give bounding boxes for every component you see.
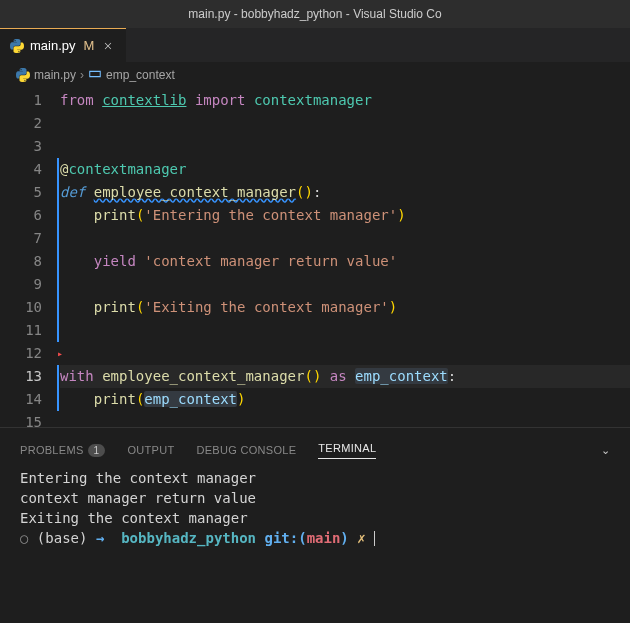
python-icon: [16, 68, 30, 82]
line-number: 7: [0, 227, 42, 250]
line-number: 15: [0, 411, 42, 434]
line-number: 11: [0, 319, 42, 342]
tab-terminal[interactable]: TERMINAL: [318, 442, 376, 459]
code-line: print(emp_context): [60, 388, 630, 411]
tab-output[interactable]: OUTPUT: [127, 444, 174, 456]
terminal-output: Exiting the context manager: [20, 508, 610, 528]
breadcrumb-file: main.py: [34, 68, 76, 82]
line-number: 12: [0, 342, 42, 365]
dropdown-icon[interactable]: ⌄: [601, 444, 610, 457]
terminal-prompt: ○ (base) → bobbyhadz_python git:(main) ✗: [20, 528, 610, 548]
line-number: 6: [0, 204, 42, 227]
code-line: def employee_context_manager():: [60, 181, 630, 204]
code-line: yield 'context manager return value': [60, 250, 630, 273]
code-line: [60, 135, 630, 158]
code-line: [60, 411, 630, 434]
code-line: [60, 227, 630, 250]
problems-badge: 1: [88, 444, 106, 457]
line-number: 5: [0, 181, 42, 204]
code-line: [60, 273, 630, 296]
line-number: 2: [0, 112, 42, 135]
tab-modified-indicator: M: [84, 38, 95, 53]
terminal-output: Entering the context manager: [20, 468, 610, 488]
code-line: from contextlib import contextmanager: [60, 89, 630, 112]
window-title: main.py - bobbyhadz_python - Visual Stud…: [188, 7, 441, 21]
python-icon: [10, 39, 24, 53]
code-line: print('Entering the context manager'): [60, 204, 630, 227]
error-marker-icon: ▸: [57, 342, 63, 365]
editor[interactable]: 1 2 3 4 5 6 7 8 9 10 11 12 13 14 15 from…: [0, 87, 630, 427]
terminal[interactable]: Entering the context manager context man…: [0, 464, 630, 552]
line-number: 13: [0, 365, 42, 388]
terminal-output: context manager return value: [20, 488, 610, 508]
code-line: [60, 112, 630, 135]
tab-problems[interactable]: PROBLEMS1: [20, 444, 105, 456]
line-number: 10: [0, 296, 42, 319]
code-line: [60, 319, 630, 342]
line-number: 14: [0, 388, 42, 411]
line-number: 3: [0, 135, 42, 158]
variable-icon: [88, 67, 102, 84]
line-number: 9: [0, 273, 42, 296]
code-line: with employee_context_manager() as emp_c…: [60, 365, 630, 388]
panel-tabs: PROBLEMS1 OUTPUT DEBUG CONSOLE TERMINAL …: [0, 436, 630, 464]
code-line: print('Exiting the context manager'): [60, 296, 630, 319]
line-number: 4: [0, 158, 42, 181]
breadcrumb[interactable]: main.py › emp_context: [0, 63, 630, 87]
tabs-bar: main.py M: [0, 28, 630, 63]
tab-debug-console[interactable]: DEBUG CONSOLE: [196, 444, 296, 456]
line-number: 8: [0, 250, 42, 273]
line-number: 1: [0, 89, 42, 112]
gutter: 1 2 3 4 5 6 7 8 9 10 11 12 13 14 15: [0, 87, 60, 427]
panel: PROBLEMS1 OUTPUT DEBUG CONSOLE TERMINAL …: [0, 427, 630, 552]
title-bar: main.py - bobbyhadz_python - Visual Stud…: [0, 0, 630, 28]
cursor: [374, 531, 375, 546]
tab-main-py[interactable]: main.py M: [0, 28, 126, 62]
code-area[interactable]: from contextlib import contextmanager @c…: [60, 87, 630, 427]
breadcrumb-symbol: emp_context: [106, 68, 175, 82]
code-line: ▸: [60, 342, 630, 365]
close-icon[interactable]: [100, 38, 116, 54]
tab-title: main.py: [30, 38, 76, 53]
chevron-right-icon: ›: [80, 68, 84, 82]
code-line: @contextmanager: [60, 158, 630, 181]
